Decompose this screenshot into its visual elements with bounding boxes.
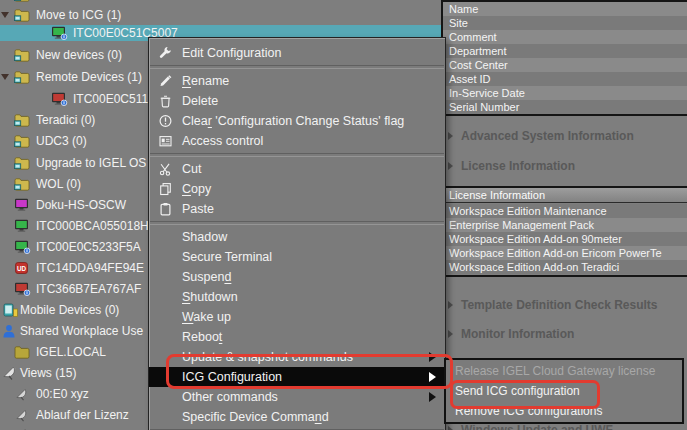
menu-item-icg-configuration[interactable]: ICG Configuration [149,367,445,387]
menu-item-specific-device-command[interactable]: Specific Device Command [149,407,445,427]
menu-item-label: Clear 'Configuration Change Status' flag [182,114,404,128]
menu-item-shadow[interactable]: Shadow [149,227,445,247]
menu-item-label: Update & snapshot commands [182,350,353,364]
tree-item-label: Move to ICG (1) [36,7,121,24]
ud-device-icon: UD [14,261,31,275]
folder-icon [14,0,31,2]
rename-icon [158,74,179,88]
menu-item-rename[interactable]: Rename [149,71,445,91]
collapse-arrow-icon [448,162,453,170]
folder-icon [14,156,31,170]
menu-item-label: Delete [182,94,218,108]
menu-separator [150,153,444,157]
no-icon [158,230,179,244]
tree-item-label: ITC14DDA94FE94E [36,260,144,277]
no-icon [158,350,179,364]
tree-item-label: Mobile Devices (0) [20,302,119,319]
no-icon [158,290,179,304]
attribute-row-comment: Comment [443,30,687,44]
divider [443,275,687,277]
menu-item-edit-configuration[interactable]: Edit Configuration [149,43,445,63]
menu-item-clear-configuration-change-status-flag[interactable]: Clear 'Configuration Change Status' flag [149,111,445,131]
attribute-row-asset-id: Asset ID [443,72,687,86]
attribute-row-cost-center: Cost Center [443,58,687,72]
no-icon [158,410,179,424]
menu-item-label: Edit Configuration [182,46,281,60]
tree-item-label: ITC00E0C5233F5A [36,239,141,256]
folder-icon [14,113,31,127]
menu-item-label: Reboot [182,330,222,344]
folder-icon [14,70,31,84]
menu-item-suspend[interactable]: Suspend [149,267,445,287]
section-header-license-information[interactable]: License Information [443,158,687,174]
tree-item-partial-0[interactable] [0,0,441,4]
menu-item-label: Access control [182,134,263,148]
menu-item-label: Copy [182,182,211,196]
menu-item-other-commands[interactable]: Other commands [149,387,445,407]
menu-item-label: Rename [182,74,229,88]
attribute-row-name: Name [443,2,687,16]
submenu-arrow-icon [429,392,436,402]
menu-item-wake-up[interactable]: Wake up [149,307,445,327]
tree-item-label: IGEL.LOCAL [36,344,106,361]
menu-separator [150,65,444,69]
folder-icon [14,177,31,191]
system-information-table: NameSiteCommentDepartmentCost CenterAsse… [443,2,687,114]
menu-item-label: Wake up [182,310,231,324]
mobile-devices-icon [2,303,19,317]
access-control-icon [158,134,179,148]
section-header-advanced-system-information[interactable]: Advanced System Information [443,128,687,144]
menu-item-delete[interactable]: Delete [149,91,445,111]
tree-item-label: Views (15) [20,365,76,382]
expand-arrow-icon[interactable] [1,12,9,18]
menu-item-shutdown[interactable]: Shutdown [149,287,445,307]
section-header-template-definition-check-results[interactable]: Template Definition Check Results [443,297,687,313]
expand-arrow-icon[interactable] [1,74,9,80]
user-icon [2,324,19,338]
no-icon [158,370,179,384]
tree-item-move-to-icg-1[interactable]: Move to ICG (1) [0,7,441,24]
context-menu: Edit ConfigurationRenameDeleteClear 'Con… [148,37,446,430]
collapse-arrow-icon [448,330,453,338]
svg-text:UD: UD [17,265,27,272]
submenu-item-release-igel-cloud-gateway-license: Release IGEL Cloud Gateway license [446,361,682,381]
tree-item-label: New devices (0) [36,47,122,64]
menu-item-reboot[interactable]: Reboot [149,327,445,347]
license-row-enterprise-management-pack: Enterprise Management Pack [443,218,687,232]
menu-separator [150,221,444,225]
license-table: Workspace Edition MaintenanceEnterprise … [443,204,687,274]
no-icon [158,250,179,264]
tree-item-label: Remote Devices (1) [36,69,142,86]
view-icon [14,387,31,401]
menu-item-copy[interactable]: Copy [149,179,445,199]
view-icon [14,408,31,422]
menu-item-secure-terminal[interactable]: Secure Terminal [149,247,445,267]
device-green-icon [14,240,31,254]
views-icon [2,366,19,380]
device-red-icon [14,282,31,296]
menu-item-label: Shutdown [182,290,238,304]
license-row-workspace-edition-add-on-ericom-powerte: Workspace Edition Add-on Ericom PowerTe [443,246,687,260]
ums-console: Move to ICG (1) ITC00E0C51C5007 New devi… [0,0,687,430]
tree-item-label: Shared Workplace Use [20,323,143,340]
attribute-row-in-service-date: In-Service Date [443,86,687,100]
menu-item-access-control[interactable]: Access control [149,131,445,151]
no-icon [158,310,179,324]
icg-configuration-submenu: Release IGEL Cloud Gateway licenseSend I… [444,358,684,424]
tree-item-label: ITC000BCA055018H [36,218,149,235]
menu-item-label: Shadow [182,230,227,244]
folder-plain-icon [14,345,31,359]
submenu-item-remove-icg-configurations[interactable]: Remove ICG configurations [446,401,682,421]
menu-item-label: Paste [182,202,214,216]
section-header-monitor-information[interactable]: Monitor Information [443,326,687,342]
cut-icon [158,162,179,176]
tree-item-label: WOL (0) [36,176,81,193]
tree-item-label: 00:E0 xyz [36,386,89,403]
no-icon [158,270,179,284]
menu-item-update-snapshot-commands[interactable]: Update & snapshot commands [149,347,445,367]
submenu-arrow-icon [429,372,436,382]
menu-item-paste[interactable]: Paste [149,199,445,219]
submenu-item-send-icg-configuration[interactable]: Send ICG configuration [446,381,682,401]
clear-flag-icon [158,114,179,128]
menu-item-cut[interactable]: Cut [149,159,445,179]
